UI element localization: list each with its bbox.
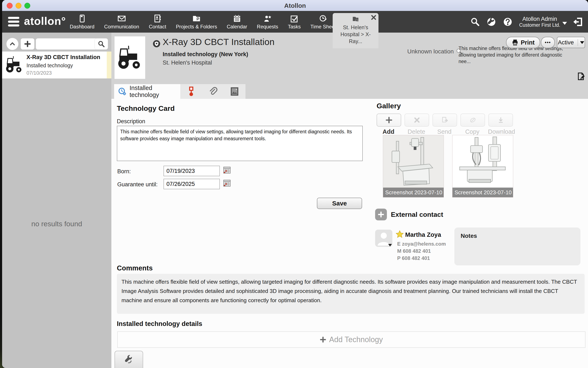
born-datepicker-icon[interactable]	[223, 166, 231, 175]
open-tab-label: St. Helen's Hospital > X-Ray...	[333, 24, 378, 45]
nav-item-tasks[interactable]: Tasks	[288, 14, 301, 30]
app-logo: atollon°	[24, 15, 66, 27]
contact-name[interactable]: Martha Zoya	[405, 231, 441, 238]
folder-icon	[192, 14, 201, 23]
collapse-up-button[interactable]	[6, 38, 18, 50]
edit-note-icon[interactable]	[576, 72, 586, 82]
gallery-add-button[interactable]	[377, 114, 401, 127]
add-technology-label: Add Technology	[329, 335, 383, 344]
send-icon	[441, 116, 449, 124]
add-external-contact-button[interactable]	[375, 209, 387, 220]
nav-item-requests[interactable]: Requests	[257, 14, 278, 30]
contact-phone: P 608 482 401	[397, 255, 430, 261]
gallery-copy-link-button[interactable]	[460, 114, 485, 127]
gallery-download-button[interactable]	[488, 114, 513, 127]
xray-machine-image	[453, 135, 513, 187]
nav-item-calendar[interactable]: Calendar	[227, 14, 247, 30]
main-nav: atollon° Dashboard Communication Contact…	[2, 11, 588, 33]
user-org: Customer First Ltd.	[519, 22, 560, 28]
chevron-down-icon	[580, 41, 584, 44]
dashboard-icon	[78, 14, 87, 23]
record-badge-icon	[152, 40, 160, 49]
contact-avatar[interactable]	[375, 230, 392, 247]
gallery-add-label: Add	[376, 128, 401, 135]
gallery-delete-button[interactable]	[405, 114, 429, 127]
guarantee-datepicker-icon[interactable]	[223, 179, 231, 188]
tab-installed-technology[interactable]: Installed technology	[114, 84, 180, 99]
comments-box[interactable]: This machine offers flexible field of vi…	[117, 274, 585, 314]
save-button[interactable]: Save	[317, 198, 362, 209]
print-label: Print	[521, 39, 535, 46]
open-tab-st-helens[interactable]: St. Helen's Hospital > X-Ray...	[333, 13, 378, 48]
favorite-star-icon[interactable]	[395, 230, 404, 239]
tab-label: Installed technology	[129, 84, 180, 98]
x-icon	[413, 117, 420, 124]
user-menu[interactable]: Atollon Admin Customer First Ltd.	[519, 16, 567, 28]
nav-item-dashboard[interactable]: Dashboard	[70, 14, 94, 30]
logout-icon[interactable]	[573, 17, 583, 27]
location-label: Unknown location	[407, 48, 454, 55]
notes-label: Notes	[461, 233, 580, 239]
location-row[interactable]: Unknown location	[407, 48, 463, 55]
menu-icon[interactable]	[8, 17, 19, 27]
more-label: •••	[545, 40, 551, 45]
page-org: St. Helen's Hospital	[163, 60, 212, 66]
comments-text: This machine offers flexible field of vi…	[122, 279, 577, 304]
gallery-send-button[interactable]	[433, 114, 457, 127]
list-item-xray-installation[interactable]: X-Ray 3D CBCT Installation Installed tec…	[2, 52, 111, 78]
born-input[interactable]	[163, 166, 220, 176]
sidebar-search-input[interactable]	[36, 38, 98, 50]
plus-icon	[24, 41, 31, 47]
sidebar-search-button[interactable]	[95, 38, 108, 50]
list-item-date: 07/10/2023	[27, 70, 52, 76]
link-icon	[469, 116, 477, 124]
user-name: Atollon Admin	[519, 16, 560, 22]
gallery-thumbnail-1[interactable]: Screenshot 2023-07-10 at ...	[383, 135, 444, 197]
pin-icon	[188, 86, 195, 97]
search-icon[interactable]	[470, 17, 480, 27]
status-value: Active	[558, 39, 574, 46]
contact-card-icon	[153, 14, 162, 23]
plus-icon	[385, 116, 393, 124]
more-actions-button[interactable]: •••	[541, 37, 555, 48]
gallery-heading: Gallery	[377, 102, 401, 110]
printer-icon	[511, 39, 519, 46]
tab-bar: Installed technology	[111, 84, 588, 99]
close-tab-icon[interactable]	[371, 15, 376, 20]
gallery-delete-label: Delete	[404, 128, 429, 135]
guarantee-input[interactable]	[163, 179, 220, 189]
envelope-icon	[117, 14, 126, 23]
gallery-thumbnail-2[interactable]: Screenshot 2023-07-10 at ...	[452, 135, 513, 197]
list-item-subtitle: Installed technology	[27, 63, 73, 69]
plus-icon	[378, 211, 384, 218]
nav-item-communication[interactable]: Communication	[104, 14, 139, 30]
add-technology-button[interactable]: Add Technology	[117, 331, 586, 348]
tab-images[interactable]	[223, 84, 245, 99]
download-icon	[497, 116, 505, 124]
wrench-icon	[123, 354, 134, 365]
tab-attachments[interactable]	[202, 84, 223, 99]
born-label: Born:	[117, 168, 131, 175]
empty-results-text: no results found	[2, 220, 111, 228]
main-panel: X-Ray 3D CBCT Installation Installed tec…	[111, 33, 588, 368]
add-item-button[interactable]	[21, 38, 35, 50]
nav-item-time-sheet[interactable]: Time Sheet	[310, 14, 336, 30]
paperclip-icon	[208, 87, 218, 96]
checkbox-icon	[290, 14, 299, 23]
description-textarea[interactable]: This machine offers flexible field of vi…	[117, 126, 363, 161]
help-icon[interactable]	[503, 17, 513, 27]
tab-pin[interactable]	[180, 84, 202, 99]
settings-wrench-button[interactable]	[115, 351, 143, 368]
status-dropdown[interactable]: Active	[557, 37, 585, 48]
print-button[interactable]: Print	[506, 37, 540, 48]
guarantee-label: Guarantee until:	[117, 181, 158, 188]
nav-item-contact[interactable]: Contact	[149, 14, 166, 30]
notes-box[interactable]: Notes	[454, 228, 580, 265]
external-contact-heading: External contact	[391, 211, 443, 219]
gallery-send-label: Send	[432, 128, 457, 135]
description-label: Description	[117, 118, 145, 125]
contact-email[interactable]: E zoya@helens.com	[397, 241, 446, 247]
settings-wrench-icon[interactable]	[486, 17, 496, 27]
nav-item-projects-folders[interactable]: Projects & Folders	[176, 14, 217, 30]
details-heading: Installed technology details	[117, 320, 202, 328]
